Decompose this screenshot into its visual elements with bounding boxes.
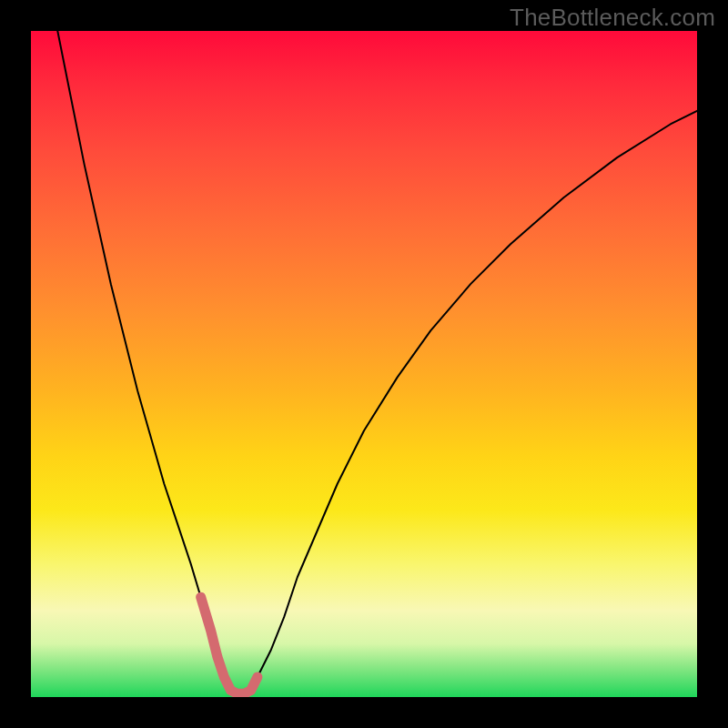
chart-frame: TheBottleneck.com xyxy=(0,0,728,728)
chart-plot-area xyxy=(31,31,697,697)
series-highlight-band xyxy=(201,597,258,693)
series-curve xyxy=(57,31,697,693)
watermark-text: TheBottleneck.com xyxy=(510,4,715,32)
chart-svg xyxy=(31,31,697,697)
